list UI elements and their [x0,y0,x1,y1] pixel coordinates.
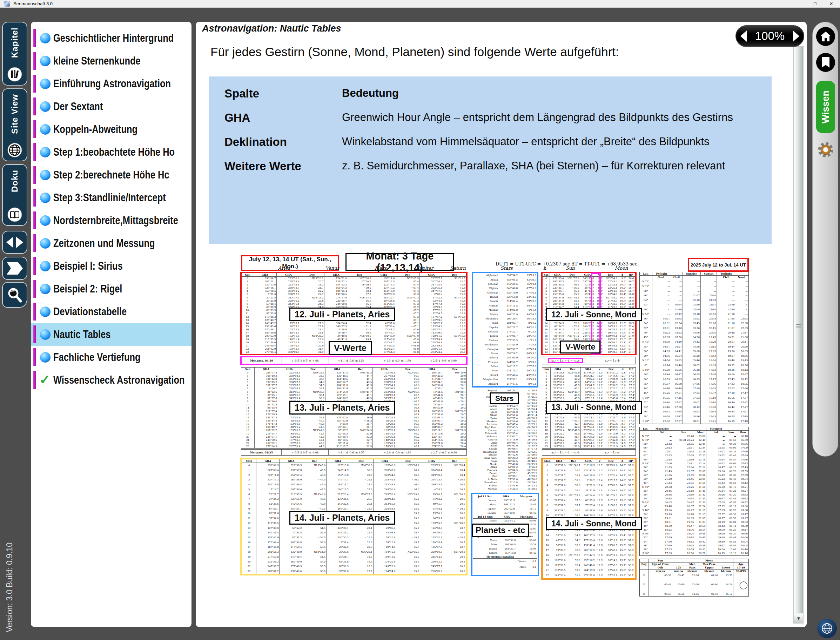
info-term: GHA [224,111,342,126]
bullet-icon [40,215,51,226]
bullet-icon [40,329,51,340]
bullet-icon [40,147,51,157]
sidebar-item-der-sextant[interactable]: Der Sextant [31,95,192,118]
sidebar-item-beispiel-1-sirius[interactable]: Beispiel l: Sirius [31,254,192,277]
merpass-strip-jul13: Mer.pass. 04:35v -0.5' d 0.5' m -4.08v 1… [241,449,467,456]
planets-etc-jul12: Jul 12 SatSHAMer.passVenus293°11.309:07M… [473,495,537,515]
label-stars: Stars [490,392,519,404]
sidebar-item-nautic-tables[interactable]: Nautic Tables [31,323,192,346]
quick-access-rail: Wissen [812,22,838,457]
sidebar-item-koppeln-abweitung[interactable]: Koppeln-Abweitung [31,118,192,141]
sd-moon-value: SD = 15.6' [589,451,635,454]
bullet-icon [40,33,51,43]
bullet-icon [40,192,51,203]
settings-button[interactable] [817,141,834,158]
sidebar-item-wissenscheck[interactable]: ✓Wissenscheck Astronavigation [31,368,192,391]
col-stars: Stars [501,266,513,271]
label-jul14-sun-moon: 14. Juli - Sonne, Mond [546,517,642,530]
info-def: Winkelabstand vom Himmelsäquator – entsp… [342,133,756,150]
scroll-down-arrow-icon[interactable]: ▼ [794,614,803,623]
sidebar-item-nordsternbreite[interactable]: Nordsternbreite,Mittagsbreite [31,209,192,232]
sidebar-item-beispiel-2-rigel[interactable]: Beispiel 2: Rigel [31,277,192,300]
eqn-of-time-table: SunMoonDayEqn.of TimeMer.Mer.Pass.Age00h… [639,558,749,597]
sd-moon-value: SD = 15.4' [589,359,635,362]
sd-sun-value: SD = 15.7' d = -0.4' [542,451,589,454]
tab-doku[interactable]: Doku [2,164,27,226]
col-aries: Aries [278,266,290,271]
help-globe-button[interactable] [817,619,837,638]
sidebar-item-fachliche-vertiefung[interactable]: Fachliche Vertiefung [31,346,192,368]
col-venus: Venus [325,266,339,271]
tab-site-view[interactable]: Site View [2,88,27,161]
zoom-level: 100% [755,29,785,43]
bullet-icon [40,284,51,294]
col-jupiter: Jupiter [418,266,433,271]
label-jul12-sun-moon: 12. Juli - Sonne, Mond [546,308,642,321]
next-chapter-button[interactable] [2,257,27,280]
app-icon [4,1,10,6]
stars-table-1: Alpheratz357°34.229°13.8Ankaa353°05.5-42… [472,272,538,387]
sidebar-item-einfuehrung-astronavigation[interactable]: Einführung Astronavigation [31,72,192,95]
home-button[interactable] [816,27,835,46]
info-col-header-def: Bedeutung [342,85,756,102]
bullet-icon [40,352,51,363]
bullet-icon [40,261,51,272]
col-h: h [543,266,546,271]
window-title: Seemannschaft 3.0 [13,0,53,8]
merpass-strip-jul12: Mer.pass. 04:39v -0.5' d 0.5' m -4.08v 1… [240,356,467,365]
bullet-icon [40,307,51,317]
monat-box: Monat: 3 Tage (12,13,14) [346,253,454,271]
info-def: Greenwich Hour Angle – entspricht dem Lä… [342,109,756,126]
chapter-sidebar: Geschichtlicher Hintergrund kleine Stern… [31,22,192,627]
bullet-icon [40,170,51,180]
nautical-almanac-figure: July 12, 13, 14 UT (Sat., Sun., Mon.) Mo… [240,251,749,598]
check-icon: ✓ [39,372,51,387]
minimize-button[interactable]: – [792,0,805,8]
label-v-werte-left: V-Werte [329,341,372,355]
bullet-icon [40,124,51,134]
moonrise-moonset-table: Lat.MoonriseMoonsetSatSunMonSatSunMonN 7… [639,427,749,556]
col-mars: Mars [374,266,387,271]
close-button[interactable]: ✕ [824,0,838,8]
prev-next-button[interactable] [2,231,27,254]
twilight-sunrise-table: Lat.TwilightSunriseSunsetTwilightNaut.Ci… [639,272,749,424]
bookmark-icon [821,57,830,68]
bullet-icon [40,101,51,112]
sidebar-item-step3-standlinie[interactable]: Step 3:Standlinie/Intercept [31,186,192,209]
tab-doku-label: Doku [10,170,20,192]
bullet-icon [40,56,51,66]
sidebar-item-step2-berechnete-hoehe[interactable]: Step 2:berechnete Höhe Hc [31,163,192,186]
vertical-scrollbar[interactable]: ▼ [794,46,804,624]
item-accent-bar [33,29,36,47]
label-v-werte-right: V-Werte [560,341,600,354]
page-title: Astronavigation: Nautic Tables [202,23,341,34]
bookmark-button[interactable] [816,53,835,72]
wissen-button[interactable]: Wissen [816,81,835,133]
sidebar-item-step1-beobachtete-hoehe[interactable]: Step 1:beobachtete Höhe Ho [31,141,192,163]
search-button[interactable] [2,282,27,308]
col-sun: Sun [566,266,575,271]
info-term: Deklination [224,135,342,150]
label-jul13-planets: 13. Juli - Planets, Aries [290,401,395,414]
zoom-control[interactable]: 100% [736,25,804,47]
sidebar-item-kleine-sternenkunde[interactable]: kleine Sternenkunde [31,50,192,72]
planets-etc-jul14: Jul 14 MonSHAMer.passVenus290°50.809:08M… [473,535,537,555]
scrollbar-thumb[interactable] [794,47,803,613]
tab-kapitel[interactable]: Kapitel [2,22,27,86]
sidebar-item-zeitzonen[interactable]: Zeitzonen und Messung [31,232,192,254]
maximize-button[interactable]: □ [808,0,822,8]
zoom-in-arrow-icon[interactable] [793,30,799,42]
sd-sun-value: SD = 15.7' d = -0.3' [548,358,583,363]
zoom-out-arrow-icon[interactable] [741,30,747,42]
info-col-header-term: Spalte [224,87,342,102]
info-table: Spalte Bedeutung GHA Greenwich Hour Angl… [209,77,771,244]
sidebar-item-deviationstabelle[interactable]: Deviationstabelle [31,300,192,323]
bullet-icon [40,238,51,249]
prev-next-arrows-icon [6,236,24,249]
label-jul13-sun-moon: 13. Juli - Sonne, Mond [546,401,642,414]
content-panel: Astronavigation: Nautic Tables 100% Für … [196,22,807,627]
books-icon [7,67,22,82]
label-jul12-planets: 12. Juli - Planets, Aries [290,307,395,321]
sidebar-item-geschichtlicher-hintergrund[interactable]: Geschichtlicher Hintergrund [31,27,192,50]
col-moon: Moon [615,266,628,271]
